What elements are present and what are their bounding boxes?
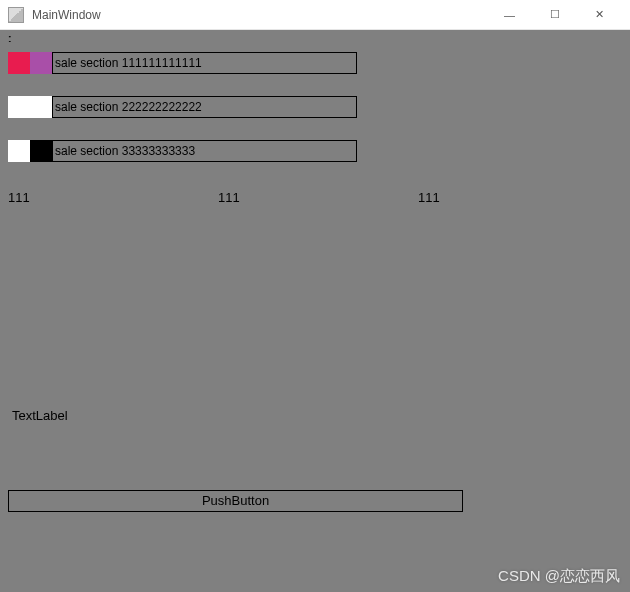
color-swatch-2 [30, 140, 52, 162]
window-title: MainWindow [32, 8, 487, 22]
list-item[interactable]: sale section 222222222222 [8, 96, 622, 118]
list-item-label: sale section 33333333333 [52, 140, 357, 162]
list-area: sale section 111111111111 sale section 2… [8, 52, 622, 162]
color-swatch-2 [30, 52, 52, 74]
text-label: TextLabel [12, 408, 68, 423]
color-swatch-2 [30, 96, 52, 118]
window-controls: — ☐ ✕ [487, 0, 622, 30]
list-item[interactable]: sale section 33333333333 [8, 140, 622, 162]
minimize-button[interactable]: — [487, 0, 532, 30]
color-swatch-1 [8, 96, 30, 118]
grip-dots: :: [8, 36, 622, 42]
push-button[interactable]: PushButton [8, 490, 463, 512]
maximize-button[interactable]: ☐ [532, 0, 577, 30]
color-swatch-1 [8, 52, 30, 74]
list-item[interactable]: sale section 111111111111 [8, 52, 622, 74]
label-b: 111 [218, 190, 418, 205]
app-icon [8, 7, 24, 23]
close-button[interactable]: ✕ [577, 0, 622, 30]
label-c: 111 [418, 190, 440, 205]
watermark: CSDN @恋恋西风 [498, 567, 620, 586]
list-item-label: sale section 222222222222 [52, 96, 357, 118]
titlebar: MainWindow — ☐ ✕ [0, 0, 630, 30]
main-content: :: sale section 111111111111 sale sectio… [0, 30, 630, 592]
label-a: 111 [8, 190, 218, 205]
label-row: 111 111 111 [8, 190, 622, 205]
color-swatch-1 [8, 140, 30, 162]
list-item-label: sale section 111111111111 [52, 52, 357, 74]
